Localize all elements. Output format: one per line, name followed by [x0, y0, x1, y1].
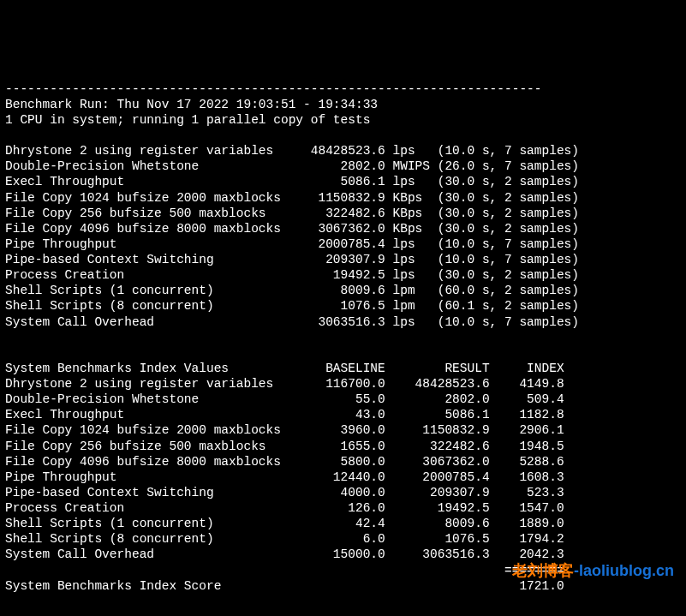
separator-line: ----------------------------------------…	[5, 82, 542, 96]
dash-line: ========	[5, 564, 564, 577]
benchmark-run-line: Benchmark Run: Thu Nov 17 2022 19:03:51 …	[5, 98, 378, 111]
cpu-info-line: 1 CPU in system; running 1 parallel copy…	[5, 113, 370, 127]
terminal-output: ----------------------------------------…	[0, 78, 686, 616]
index-table: System Benchmarks Index Values BASELINE …	[5, 345, 681, 563]
score-line: System Benchmarks Index Score 1721.0	[5, 578, 681, 594]
results-table: Dhrystone 2 using register variables 484…	[5, 143, 681, 330]
